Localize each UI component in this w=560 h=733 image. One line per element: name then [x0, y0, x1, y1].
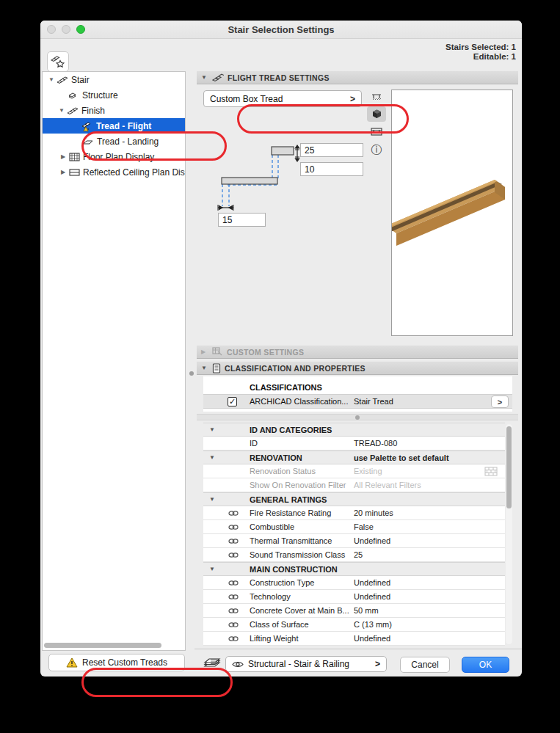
property-value[interactable]: False — [354, 522, 505, 531]
section-title: CUSTOM SETTINGS — [227, 348, 304, 357]
tree-item-structure[interactable]: Structure — [43, 87, 185, 103]
table-splitter[interactable] — [197, 414, 518, 420]
property-row[interactable]: Combustible False — [203, 520, 505, 534]
property-row[interactable]: Technology Undefined — [203, 590, 505, 604]
property-value[interactable]: Undefined — [354, 634, 505, 643]
collapse-triangle-icon[interactable]: ▼ — [47, 76, 56, 83]
property-row[interactable]: Fire Resistance Rating 20 minutes — [203, 506, 505, 520]
tread-flight-icon — [81, 120, 94, 132]
property-group-row[interactable]: ▼ ID AND CATEGORIES — [203, 423, 505, 437]
chevron-right-icon: > — [350, 94, 355, 104]
panel-splitter-handle[interactable] — [189, 371, 194, 376]
collapse-triangle-icon[interactable]: ▼ — [201, 74, 208, 81]
tree-item-label: Structure — [80, 90, 118, 101]
classification-row[interactable]: ✓ ARCHICAD Classification... Stair Tread… — [203, 394, 512, 409]
property-label: Construction Type — [250, 578, 354, 587]
collapse-triangle-icon[interactable]: ▼ — [201, 365, 208, 371]
custom-settings-header[interactable]: ▶ CUSTOM SETTINGS — [197, 345, 518, 359]
classification-system: ARCHICAD Classification... — [203, 397, 354, 406]
tree-item-label: Reflected Ceiling Plan Displ — [81, 167, 186, 178]
expand-triangle-icon[interactable]: ▶ — [59, 153, 68, 160]
chevron-right-icon: > — [375, 659, 380, 669]
close-icon[interactable] — [47, 25, 56, 34]
tree-horizontal-scrollbar[interactable] — [44, 643, 183, 648]
plan-preview-button[interactable] — [367, 89, 386, 104]
properties-scrollbar[interactable] — [506, 424, 512, 644]
cancel-button[interactable]: Cancel — [400, 657, 450, 673]
collapse-triangle-icon[interactable]: ▼ — [209, 454, 215, 461]
classification-properties-header[interactable]: ▼ CLASSIFICATION AND PROPERTIES — [197, 361, 518, 375]
tree-item-stair[interactable]: ▼ Stair — [43, 72, 185, 87]
tree-item-tread-flight[interactable]: Tread - Flight — [43, 118, 185, 134]
property-row[interactable]: Thermal Transmittance Undefined — [203, 534, 505, 548]
property-value[interactable]: TREAD-080 — [354, 439, 505, 448]
property-value[interactable]: Undefined — [354, 578, 505, 587]
property-label: Fire Resistance Rating — [250, 508, 354, 517]
property-value[interactable]: Undefined — [354, 536, 505, 545]
property-row[interactable]: Lifting Weight Undefined — [203, 632, 505, 646]
property-row[interactable]: Renovation Status Existing — [203, 464, 505, 478]
plan-symbol-icon — [371, 92, 382, 101]
scrollbar-thumb[interactable] — [44, 643, 161, 648]
stair-favorite-icon — [50, 54, 66, 69]
collapse-triangle-icon[interactable]: ▼ — [209, 496, 215, 503]
tree-item-label: Tread - Landing — [95, 136, 159, 147]
reset-custom-treads-button[interactable]: Reset Custom Treads — [48, 654, 185, 671]
minimize-icon[interactable] — [62, 25, 70, 34]
cube-icon — [371, 109, 382, 120]
property-row[interactable]: Concrete Cover at Main B... 50 mm — [203, 604, 505, 618]
classification-checkbox[interactable]: ✓ — [228, 397, 237, 406]
property-row[interactable]: Sound Transmission Class 25 — [203, 548, 505, 562]
property-value[interactable]: 20 minutes — [354, 508, 505, 517]
tread-landing-icon — [81, 137, 95, 146]
tread-type-dropdown[interactable]: Custom Box Tread > — [203, 90, 362, 107]
reflected-ceiling-icon — [68, 168, 81, 177]
layer-dropdown[interactable]: Structural - Stair & Railing > — [225, 656, 387, 672]
tread-nosing-input[interactable] — [218, 213, 266, 227]
preview-3d-button[interactable] — [367, 106, 386, 122]
property-group-row[interactable]: ▼ MAIN CONSTRUCTION — [203, 562, 505, 576]
property-value[interactable]: 25 — [354, 550, 505, 559]
titlebar[interactable]: Stair Selection Settings — [40, 21, 522, 39]
property-value: Existing — [354, 467, 505, 475]
property-group-row[interactable]: ▼ RENOVATION use Palette to set default — [203, 451, 505, 464]
group-value: use Palette to set default — [354, 453, 505, 462]
scrollbar-thumb[interactable] — [506, 426, 512, 508]
property-row[interactable]: ID TREAD-080 — [203, 437, 505, 451]
tread-riser-offset-input[interactable] — [300, 162, 363, 176]
collapse-triangle-icon[interactable]: ▼ — [209, 426, 215, 433]
section-preview-button[interactable] — [367, 124, 386, 139]
collapse-triangle-icon[interactable]: ▼ — [209, 566, 215, 572]
property-row[interactable]: Class of Surface C (13 mm) — [203, 618, 505, 632]
favorites-button[interactable] — [47, 51, 69, 72]
collapse-triangle-icon[interactable]: ▼ — [57, 107, 66, 114]
tree-item-finish[interactable]: ▼ Finish — [43, 103, 185, 118]
property-row[interactable]: Construction Type Undefined — [203, 576, 505, 590]
tread-3d-preview[interactable] — [391, 90, 513, 336]
layer-value: Structural - Stair & Railing — [248, 659, 349, 669]
info-button[interactable]: ⓘ — [367, 142, 386, 157]
document-icon — [212, 363, 221, 373]
property-value[interactable]: C (13 mm) — [354, 620, 505, 629]
link-icon — [228, 538, 239, 544]
ok-button[interactable]: OK — [462, 657, 509, 673]
floor-plan-icon — [68, 153, 81, 161]
property-row[interactable]: Show On Renovation Filter All Relevant F… — [203, 478, 505, 492]
property-label: Lifting Weight — [250, 634, 354, 643]
tree-item-floor-plan-display[interactable]: ▶ Floor Plan Display — [43, 149, 185, 164]
zoom-icon[interactable] — [76, 25, 85, 34]
section-title: CLASSIFICATION AND PROPERTIES — [225, 364, 366, 373]
tree-item-tread-landing[interactable]: Tread - Landing — [43, 134, 185, 149]
expand-triangle-icon[interactable]: ▶ — [201, 349, 208, 355]
screen-background: Stair Selection Settings Stairs Selected… — [0, 0, 560, 733]
tree-item-reflected-ceiling[interactable]: ▶ Reflected Ceiling Plan Displ — [43, 164, 185, 180]
flight-tread-settings-header[interactable]: ▼ FLIGHT TREAD SETTINGS — [197, 70, 518, 84]
property-value[interactable]: 50 mm — [354, 606, 505, 615]
classification-more-button[interactable]: > — [491, 395, 509, 408]
property-value[interactable]: Undefined — [354, 592, 505, 601]
property-group-row[interactable]: ▼ GENERAL RATINGS — [203, 492, 505, 506]
expand-triangle-icon[interactable]: ▶ — [59, 169, 68, 175]
annotation-circle-reset-button — [81, 668, 233, 697]
tread-thickness-input[interactable] — [300, 143, 363, 157]
property-label: Concrete Cover at Main B... — [250, 606, 354, 615]
